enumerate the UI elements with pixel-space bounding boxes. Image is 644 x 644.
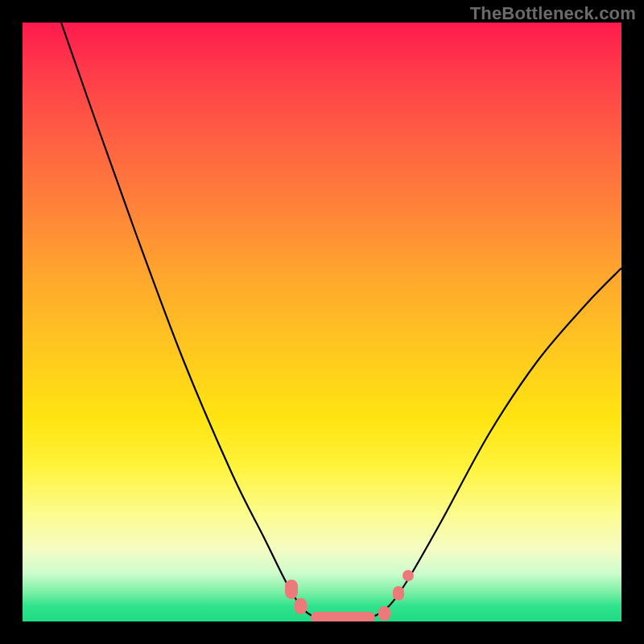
plot-area: [23, 23, 621, 621]
curve-marker: [285, 580, 298, 599]
curve-marker: [393, 586, 404, 601]
bottleneck-curve: [61, 23, 621, 620]
curve-marker: [402, 570, 414, 581]
chart-frame: TheBottleneck.com: [0, 0, 644, 644]
curve-svg: [23, 23, 621, 621]
watermark-text: TheBottleneck.com: [470, 3, 636, 24]
curve-marker: [295, 598, 307, 614]
curve-markers: [285, 570, 414, 621]
curve-marker: [311, 612, 375, 621]
curve-marker: [378, 606, 390, 621]
